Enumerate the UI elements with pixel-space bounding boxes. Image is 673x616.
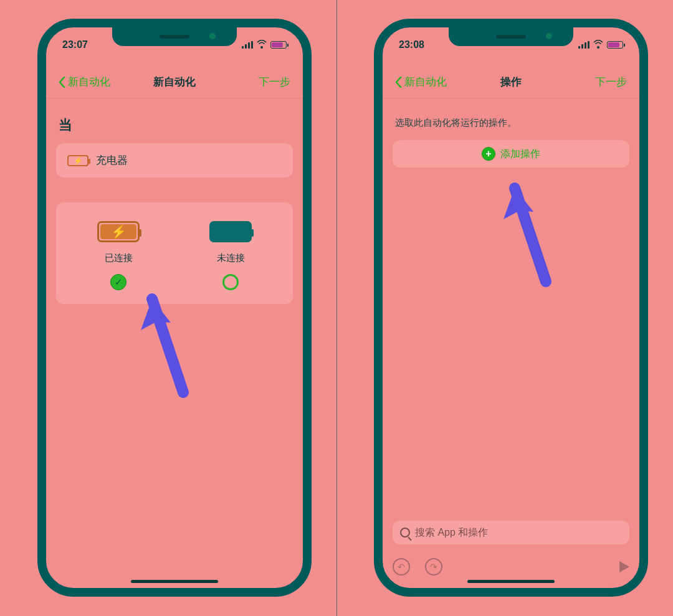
nav-bar: 新自动化 操作 下一步 <box>383 60 639 98</box>
when-label: 当 <box>59 116 293 135</box>
content-area: 当 ⚡ 充电器 ⚡ 已连接 ✓ 未连接 <box>46 102 303 588</box>
search-icon <box>400 528 410 538</box>
content-area: 选取此自动化将运行的操作。 + 添加操作 搜索 App 和操作 ↶ ↷ <box>383 102 639 588</box>
charger-icon: ⚡ <box>67 155 88 166</box>
add-action-label: 添加操作 <box>500 148 540 161</box>
battery-icon <box>270 41 287 49</box>
signal-icon <box>578 41 589 49</box>
home-indicator[interactable] <box>467 580 555 583</box>
actions-prompt: 选取此自动化将运行的操作。 <box>395 117 627 129</box>
device-mockup-left: 23:07 新自动化 新自动化 下一步 当 ⚡ 充电器 <box>37 19 312 597</box>
page-divider <box>336 0 337 616</box>
next-button[interactable]: 下一步 <box>595 75 627 89</box>
radio-disconnected-unchecked[interactable] <box>222 274 239 290</box>
option-connected-label: 已连接 <box>105 252 133 264</box>
editor-toolbar: ↶ ↷ <box>393 558 629 576</box>
option-connected[interactable]: ⚡ 已连接 ✓ <box>72 221 165 290</box>
wifi-icon <box>257 41 267 49</box>
wifi-icon <box>593 41 603 49</box>
trigger-label: 充电器 <box>96 153 128 168</box>
device-mockup-right: 23:08 新自动化 操作 下一步 选取此自动化将运行的操作。 + 添加操作 搜… <box>374 19 648 597</box>
battery-icon <box>607 41 623 49</box>
option-disconnected[interactable]: 未连接 <box>184 221 277 290</box>
search-placeholder: 搜索 App 和操作 <box>415 526 488 539</box>
back-button[interactable]: 新自动化 <box>59 75 110 89</box>
status-time: 23:08 <box>399 39 424 50</box>
back-label: 新自动化 <box>404 75 447 89</box>
nav-bar: 新自动化 新自动化 下一步 <box>46 60 303 98</box>
next-button[interactable]: 下一步 <box>259 75 290 89</box>
undo-button[interactable]: ↶ <box>393 558 410 576</box>
status-bar: 23:08 <box>383 34 639 52</box>
radio-connected-checked[interactable]: ✓ <box>110 274 126 290</box>
signal-icon <box>242 41 253 49</box>
back-label: 新自动化 <box>68 75 110 89</box>
chevron-left-icon <box>395 77 402 88</box>
plus-circle-icon: + <box>482 147 495 161</box>
status-bar: 23:07 <box>46 34 303 52</box>
trigger-summary-card[interactable]: ⚡ 充电器 <box>56 143 293 178</box>
add-action-button[interactable]: + 添加操作 <box>393 140 629 168</box>
battery-full-icon <box>209 221 252 242</box>
status-time: 23:07 <box>62 39 88 50</box>
search-apps-actions[interactable]: 搜索 App 和操作 <box>393 521 629 544</box>
back-button[interactable]: 新自动化 <box>395 75 447 89</box>
option-disconnected-label: 未连接 <box>217 252 245 264</box>
chevron-left-icon <box>59 77 65 88</box>
home-indicator[interactable] <box>131 580 218 583</box>
charger-options-card: ⚡ 已连接 ✓ 未连接 <box>56 202 293 304</box>
run-button[interactable] <box>619 561 629 572</box>
redo-button[interactable]: ↷ <box>425 558 442 576</box>
battery-charging-icon: ⚡ <box>97 221 140 242</box>
